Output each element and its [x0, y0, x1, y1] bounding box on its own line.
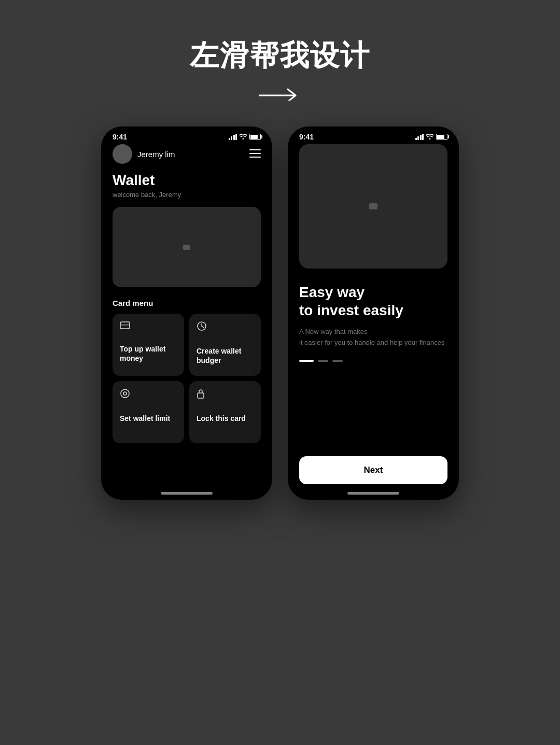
status-icons-1 — [229, 134, 261, 140]
dot-2 — [318, 360, 328, 362]
hamburger-icon[interactable] — [249, 149, 261, 159]
menu-item-create[interactable]: Create wallet budger — [189, 314, 261, 376]
svg-point-8 — [123, 392, 127, 395]
menu-item-topup[interactable]: Top up wallet money — [113, 314, 184, 376]
card-visual — [113, 207, 261, 287]
menu-item-lock[interactable]: Lock this card — [189, 381, 261, 443]
limit-label: Set wallet limit — [120, 414, 177, 423]
settings-icon — [120, 388, 177, 401]
svg-point-7 — [121, 389, 129, 398]
wallet-subtitle: welcome back, Jeremy — [113, 191, 261, 199]
wifi-icon-1 — [240, 134, 247, 140]
battery-icon-2 — [436, 134, 447, 140]
svg-rect-5 — [120, 324, 130, 326]
avatar — [113, 144, 132, 164]
dots-container — [299, 360, 447, 362]
lock-label: Lock this card — [197, 414, 254, 423]
card-chip — [183, 245, 190, 250]
create-label: Create wallet budger — [197, 346, 254, 365]
status-time-1: 9:41 — [113, 133, 127, 141]
status-bar-2: 9:41 — [288, 126, 459, 144]
svg-rect-2 — [249, 153, 261, 154]
signal-bars-2 — [415, 134, 424, 140]
lock-icon — [197, 388, 254, 401]
home-indicator-1 — [161, 492, 213, 495]
phones-container: 9:41 — [101, 126, 459, 500]
signal-bars-1 — [229, 134, 237, 140]
main-title: 左滑帮我设计 — [190, 36, 370, 76]
wallet-title: Wallet — [113, 172, 261, 189]
menu-item-limit[interactable]: Set wallet limit — [113, 381, 184, 443]
username: Jeremy lim — [137, 150, 175, 159]
clock-icon — [197, 321, 254, 334]
onboarding-title: Easy wayto invest easily — [299, 283, 447, 319]
onboarding-text-area: Easy wayto invest easily A New way that … — [288, 283, 459, 456]
status-bar-1: 9:41 — [101, 126, 272, 144]
phone-1-content: Jeremy lim Wallet welcome back, Jeremy C — [101, 144, 272, 443]
svg-rect-1 — [249, 149, 261, 150]
user-header: Jeremy lim — [113, 144, 261, 164]
arrow-icon — [259, 85, 301, 101]
onboarding-desc: A New way that makesit easier for you to… — [299, 327, 447, 348]
svg-rect-3 — [249, 157, 261, 158]
dot-3 — [332, 360, 343, 362]
card-menu-grid: Top up wallet money Create wallet budger — [113, 314, 261, 443]
status-time-2: 9:41 — [299, 133, 314, 141]
onboarding-card — [299, 144, 447, 269]
card-menu-title: Card menu — [113, 299, 261, 307]
header-area: 左滑帮我设计 — [190, 36, 370, 101]
dot-1 — [299, 360, 314, 362]
topup-label: Top up wallet money — [120, 344, 177, 363]
status-icons-2 — [415, 134, 448, 140]
next-button-label: Next — [364, 465, 383, 475]
phone-1: 9:41 — [101, 126, 272, 500]
card-icon — [120, 321, 177, 332]
next-button[interactable]: Next — [299, 456, 447, 484]
phone-2: 9:41 — [288, 126, 459, 500]
wifi-icon-2 — [426, 134, 433, 140]
home-indicator-2 — [347, 492, 399, 495]
battery-icon-1 — [249, 134, 261, 140]
user-info: Jeremy lim — [113, 144, 175, 164]
onboarding-chip — [369, 203, 377, 209]
phone-2-content: Easy wayto invest easily A New way that … — [288, 144, 459, 496]
svg-rect-9 — [198, 393, 204, 398]
